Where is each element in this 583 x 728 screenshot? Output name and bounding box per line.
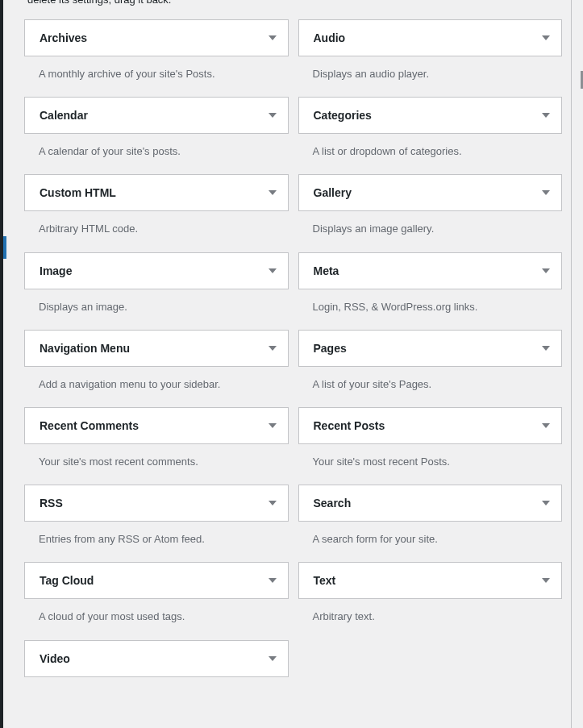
chevron-down-icon — [269, 113, 277, 118]
widget-navigation-menu: Navigation Menu Add a navigation menu to… — [24, 330, 289, 402]
widget-header-video[interactable]: Video — [24, 640, 289, 677]
widget-rss: RSS Entries from any RSS or Atom feed. — [24, 485, 289, 557]
widget-description: A monthly archive of your site's Posts. — [39, 67, 289, 81]
chevron-down-icon — [269, 656, 277, 661]
widget-description: Arbitrary text. — [313, 609, 563, 624]
chevron-down-icon — [269, 578, 277, 583]
chevron-down-icon — [542, 190, 550, 195]
widget-description: Displays an audio player. — [313, 67, 563, 81]
chevron-down-icon — [542, 268, 550, 273]
chevron-down-icon — [269, 423, 277, 428]
widget-description: A calendar of your site's posts. — [39, 144, 289, 159]
widget-title-label: Recent Posts — [314, 419, 385, 432]
widget-description: Your site's most recent Posts. — [313, 455, 563, 469]
widget-title-label: Categories — [314, 109, 372, 122]
widget-description: Displays an image. — [39, 300, 289, 314]
widget-header-custom-html[interactable]: Custom HTML — [24, 174, 289, 211]
widget-header-categories[interactable]: Categories — [298, 97, 563, 134]
widget-title-label: Text — [314, 574, 336, 587]
chevron-down-icon — [269, 501, 277, 505]
widget-title-label: Archives — [40, 31, 87, 44]
chevron-down-icon — [269, 268, 277, 273]
widget-description: Login, RSS, & WordPress.org links. — [313, 300, 563, 314]
widget-title-label: Calendar — [40, 109, 88, 122]
available-widgets-grid: Archives A monthly archive of your site'… — [16, 0, 570, 677]
widget-header-archives[interactable]: Archives — [24, 19, 289, 56]
widget-header-tag-cloud[interactable]: Tag Cloud — [24, 562, 289, 599]
widget-description: A search form for your site. — [313, 532, 563, 547]
widget-header-text[interactable]: Text — [298, 562, 563, 599]
widget-header-recent-comments[interactable]: Recent Comments — [24, 407, 289, 444]
widget-header-navigation-menu[interactable]: Navigation Menu — [24, 330, 289, 367]
widget-description: Add a navigation menu to your sidebar. — [39, 377, 289, 392]
widget-description: A cloud of your most used tags. — [39, 609, 289, 624]
chevron-down-icon — [269, 346, 277, 351]
widget-title-label: Meta — [314, 264, 339, 277]
chevron-down-icon — [542, 113, 550, 118]
widget-header-gallery[interactable]: Gallery — [298, 174, 563, 211]
widget-categories: Categories A list or dropdown of categor… — [298, 97, 563, 169]
widget-pages: Pages A list of your site's Pages. — [298, 330, 563, 402]
widget-audio: Audio Displays an audio player. — [298, 19, 563, 92]
widget-description: Your site's most recent comments. — [39, 455, 289, 469]
widget-recent-posts: Recent Posts Your site's most recent Pos… — [298, 407, 563, 480]
chevron-down-icon — [269, 190, 277, 195]
widget-header-calendar[interactable]: Calendar — [24, 97, 289, 134]
widget-title-label: Tag Cloud — [40, 574, 94, 587]
widget-title-label: Audio — [314, 31, 346, 44]
widget-custom-html: Custom HTML Arbitrary HTML code. — [24, 174, 289, 247]
widget-image: Image Displays an image. — [24, 252, 289, 325]
widget-header-pages[interactable]: Pages — [298, 330, 563, 367]
widget-video: Video — [24, 640, 289, 677]
widget-header-rss[interactable]: RSS — [24, 485, 289, 522]
widget-calendar: Calendar A calendar of your site's posts… — [24, 97, 289, 169]
widget-header-meta[interactable]: Meta — [298, 252, 563, 289]
widget-title-label: Gallery — [314, 186, 352, 199]
widget-title-label: Image — [40, 264, 72, 277]
intro-text-fragment: delete its settings, drag it back. — [27, 0, 171, 6]
widget-text: Text Arbitrary text. — [298, 562, 563, 634]
widget-title-label: Custom HTML — [40, 186, 116, 199]
widget-title-label: Recent Comments — [40, 419, 139, 432]
widget-meta: Meta Login, RSS, & WordPress.org links. — [298, 252, 563, 325]
chevron-down-icon — [542, 423, 550, 428]
widget-header-search[interactable]: Search — [298, 485, 563, 522]
widget-description: A list of your site's Pages. — [313, 377, 563, 392]
chevron-down-icon — [269, 35, 277, 40]
widget-title-label: Video — [40, 652, 70, 665]
chevron-down-icon — [542, 35, 550, 40]
widget-gallery: Gallery Displays an image gallery. — [298, 174, 563, 247]
widget-search: Search A search form for your site. — [298, 485, 563, 557]
widget-archives: Archives A monthly archive of your site'… — [24, 19, 289, 92]
widget-header-recent-posts[interactable]: Recent Posts — [298, 407, 563, 444]
widget-header-audio[interactable]: Audio — [298, 19, 563, 56]
chevron-down-icon — [542, 501, 550, 505]
widget-description: Entries from any RSS or Atom feed. — [39, 532, 289, 547]
widget-title-label: RSS — [40, 497, 63, 510]
widget-title-label: Navigation Menu — [40, 342, 130, 355]
chevron-down-icon — [542, 346, 550, 351]
widget-description: Displays an image gallery. — [313, 222, 563, 236]
widget-tag-cloud: Tag Cloud A cloud of your most used tags… — [24, 562, 289, 634]
widget-description: A list or dropdown of categories. — [313, 144, 563, 159]
widget-title-label: Search — [314, 497, 352, 510]
widget-recent-comments: Recent Comments Your site's most recent … — [24, 407, 289, 480]
widget-title-label: Pages — [314, 342, 347, 355]
widget-header-image[interactable]: Image — [24, 252, 289, 289]
widget-description: Arbitrary HTML code. — [39, 222, 289, 236]
chevron-down-icon — [542, 578, 550, 583]
